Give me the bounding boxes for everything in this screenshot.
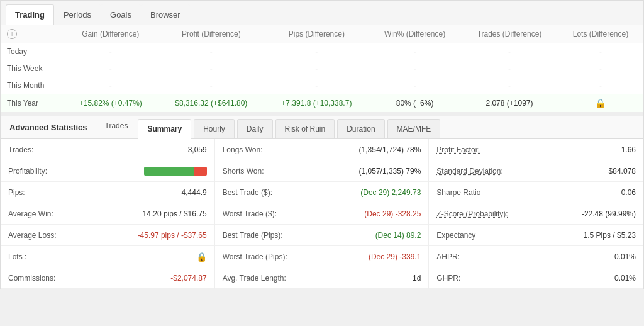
row-trades: - [461, 77, 558, 94]
stat-label: Pips: [8, 188, 25, 197]
stat-label: Lots : [8, 252, 26, 261]
table-row: Today - - - - - - [1, 43, 643, 60]
stat-value: (1,354/1,724) 78% [359, 145, 421, 154]
stat-sharpe-ratio: Sharpe Ratio 0.06 [429, 182, 643, 203]
adv-tab-mae-mfe[interactable]: MAE/MFE [387, 119, 441, 138]
table-row: This Month - - - - - - [1, 77, 643, 94]
stat-label: Avg. Trade Length: [223, 274, 286, 283]
stat-profit-factor: Profit Factor: 1.66 [429, 139, 643, 160]
tab-trading[interactable]: Trading [6, 4, 54, 25]
stat-value: (Dec 29) -328.25 [364, 210, 421, 218]
row-profit: - [158, 43, 264, 60]
stat-label: Best Trade ($): [223, 188, 272, 197]
stat-profitability: Profitability: [1, 160, 214, 182]
stat-label: Worst Trade ($): [223, 210, 277, 218]
stat-label: AHPR: [436, 252, 460, 261]
stat-value: 0.06 [621, 188, 636, 197]
stat-value: 1d [413, 274, 421, 283]
advanced-tab-group: Trades Summary Hourly Daily Risk of Ruin… [96, 116, 442, 138]
row-pips: - [265, 60, 369, 77]
row-trades: - [461, 60, 558, 77]
profit-bar-red [194, 167, 207, 176]
tab-goals[interactable]: Goals [101, 4, 141, 25]
stat-value: 0.01% [614, 252, 636, 261]
stat-value: 1.66 [621, 145, 636, 154]
stat-shorts-won: Shorts Won: (1,057/1,335) 79% [215, 160, 429, 182]
adv-tab-duration[interactable]: Duration [337, 119, 384, 138]
stat-zscore: Z-Score (Probability): -22.48 (99.99%) [429, 203, 643, 225]
adv-tab-trades[interactable]: Trades [96, 116, 137, 138]
stat-label: Shorts Won: [223, 167, 264, 176]
stat-lots: Lots : 🔒 [1, 246, 214, 267]
stat-value: 🔒 [196, 252, 207, 262]
stat-std-deviation: Standard Deviation: $84.078 [429, 160, 643, 182]
stat-commissions: Commissions: -$2,074.87 [1, 267, 214, 289]
winpct-header: Win% (Difference) [369, 25, 461, 43]
profit-bar-green [144, 167, 194, 176]
adv-tab-risk-of-ruin[interactable]: Risk of Ruin [275, 119, 335, 138]
stats-col-middle: Longs Won: (1,354/1,724) 78% Shorts Won:… [215, 139, 430, 289]
advanced-statistics-title: Advanced Statistics [1, 116, 96, 138]
row-winpct: - [369, 60, 461, 77]
periods-table: i Gain (Difference) Profit (Difference) … [1, 25, 643, 113]
stat-value: (Dec 29) 2,249.73 [360, 188, 421, 197]
adv-tab-hourly[interactable]: Hourly [194, 119, 235, 138]
stat-label: Standard Deviation: [436, 167, 502, 176]
stat-label: Sharpe Ratio [436, 188, 480, 197]
row-pips: +7,391.8 (+10,338.7) [265, 94, 369, 113]
row-lots: - [558, 43, 643, 60]
tab-periods[interactable]: Periods [54, 4, 101, 25]
stat-label: Profitability: [8, 167, 47, 176]
row-profit: - [158, 77, 264, 94]
stat-avg-trade-length: Avg. Trade Length: 1d [215, 267, 429, 289]
advanced-tabs-bar: Advanced Statistics Trades Summary Hourl… [1, 116, 643, 139]
row-trades: 2,078 (+1097) [461, 94, 558, 113]
stat-worst-trade-dollar: Worst Trade ($): (Dec 29) -328.25 [215, 203, 429, 225]
row-trades: - [461, 43, 558, 60]
stat-value: 14.20 pips / $16.75 [143, 210, 207, 218]
stat-avg-win: Average Win: 14.20 pips / $16.75 [1, 203, 214, 225]
row-lots: - [558, 77, 643, 94]
stat-label: Trades: [8, 145, 33, 154]
stat-label: Z-Score (Probability): [436, 210, 508, 218]
stat-label: Profit Factor: [436, 145, 480, 154]
stat-label: Average Win: [8, 210, 53, 218]
row-gain: +15.82% (+0.47%) [64, 94, 158, 113]
row-gain: - [64, 43, 158, 60]
trades-header: Trades (Difference) [461, 25, 558, 43]
stat-label: Commissions: [8, 274, 55, 283]
stat-value: 3,059 [188, 145, 207, 154]
profitability-bar [144, 167, 207, 176]
info-icon[interactable]: i [7, 29, 17, 39]
stat-value: $84.078 [609, 167, 636, 176]
row-label: This Month [1, 77, 64, 94]
stat-label: GHPR: [436, 274, 460, 283]
row-profit: - [158, 60, 264, 77]
stat-label: Longs Won: [223, 145, 263, 154]
stats-body: Trades: 3,059 Profitability: Pips: 4,444… [1, 139, 643, 289]
stat-best-trade-pips: Best Trade (Pips): (Dec 14) 89.2 [215, 225, 429, 246]
tab-browser[interactable]: Browser [141, 4, 190, 25]
stat-ahpr: AHPR: 0.01% [429, 246, 643, 267]
stat-value: 1.5 Pips / $5.23 [584, 231, 636, 240]
row-winpct: - [369, 43, 461, 60]
stat-longs-won: Longs Won: (1,354/1,724) 78% [215, 139, 429, 160]
stat-value: (Dec 29) -339.1 [369, 252, 421, 261]
row-label: Today [1, 43, 64, 60]
row-lots: 🔒 [558, 94, 643, 113]
stat-value: -$2,074.87 [170, 274, 206, 283]
periods-table-section: i Gain (Difference) Profit (Difference) … [1, 25, 643, 113]
stat-label: Worst Trade (Pips): [223, 252, 287, 261]
adv-tab-daily[interactable]: Daily [237, 119, 273, 138]
lots-header: Lots (Difference) [558, 25, 643, 43]
row-label: This Year [1, 94, 64, 113]
stat-value: -45.97 pips / -$37.65 [138, 231, 207, 240]
stat-value: -22.48 (99.99%) [582, 210, 636, 218]
adv-tab-summary[interactable]: Summary [138, 119, 191, 139]
row-profit: $8,316.32 (+$641.80) [158, 94, 264, 113]
stat-label: Best Trade (Pips): [223, 231, 283, 240]
row-pips: - [265, 77, 369, 94]
stat-pips: Pips: 4,444.9 [1, 182, 214, 203]
stat-avg-loss: Average Loss: -45.97 pips / -$37.65 [1, 225, 214, 246]
stat-best-trade-dollar: Best Trade ($): (Dec 29) 2,249.73 [215, 182, 429, 203]
